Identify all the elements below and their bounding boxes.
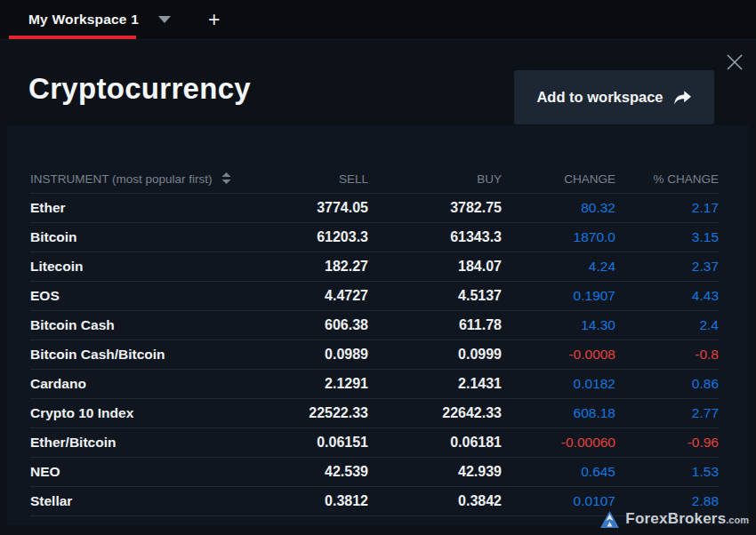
sell-price[interactable]: 2.1291 (261, 369, 368, 398)
share-arrow-icon (673, 90, 692, 106)
change-value: -0.00060 (502, 427, 615, 457)
pct-change-value: 1.53 (615, 457, 719, 486)
instrument-name[interactable]: Cardano (30, 369, 261, 398)
table-row[interactable]: Bitcoin61203.361343.31870.03.15 (30, 222, 719, 252)
cryptocurrency-panel: Cryptocurrency Add to workspace INSTRUME… (0, 39, 756, 535)
pct-change-value: 2.88 (615, 486, 719, 515)
column-header-change[interactable]: CHANGE (502, 166, 615, 193)
close-icon (724, 52, 745, 73)
buy-price[interactable]: 2.1431 (368, 369, 502, 398)
sell-price[interactable]: 606.38 (261, 310, 368, 339)
sell-price[interactable]: 0.0989 (261, 339, 368, 369)
pct-change-value: 3.15 (615, 222, 719, 252)
buy-price[interactable]: 611.78 (368, 310, 502, 339)
sell-price[interactable]: 22522.33 (261, 398, 368, 427)
pct-change-value: 2.4 (615, 310, 719, 339)
pct-change-value: 0.86 (615, 369, 719, 398)
buy-price[interactable]: 0.06181 (368, 427, 502, 457)
pct-change-value: 4.43 (615, 281, 719, 310)
sell-price[interactable]: 0.3812 (261, 486, 368, 515)
table-row[interactable]: Litecoin182.27184.074.242.37 (30, 252, 719, 281)
table-row[interactable]: Crypto 10 Index22522.3322642.33608.182.7… (30, 398, 719, 427)
page-title: Cryptocurrency (28, 72, 251, 106)
pct-change-value: -0.96 (615, 427, 719, 457)
table-row[interactable]: Bitcoin Cash/Bitcoin0.09890.0999-0.0008-… (30, 339, 719, 369)
column-header-sell[interactable]: SELL (261, 166, 368, 193)
change-value: 0.0107 (502, 486, 615, 515)
buy-price[interactable]: 0.3842 (368, 486, 502, 515)
buy-price[interactable]: 184.07 (368, 252, 502, 281)
sell-price[interactable]: 3774.05 (261, 193, 368, 222)
sell-price[interactable]: 42.539 (261, 457, 368, 486)
sort-icon[interactable] (221, 172, 231, 187)
instrument-name[interactable]: Stellar (30, 486, 261, 515)
workspace-tab-bar: My Workspace 1 + (0, 0, 756, 39)
sell-price[interactable]: 61203.3 (261, 222, 368, 252)
close-button[interactable] (724, 52, 745, 73)
instrument-name[interactable]: Bitcoin (30, 222, 261, 252)
buy-price[interactable]: 42.939 (368, 457, 502, 486)
change-value: 80.32 (502, 193, 615, 222)
table-row[interactable]: Ether3774.053782.7580.322.17 (30, 193, 719, 222)
instrument-table: INSTRUMENT (most popular first) SELL BUY… (30, 166, 719, 516)
table-row[interactable]: Ether/Bitcoin0.061510.06181-0.00060-0.96 (30, 427, 719, 457)
table-row[interactable]: EOS4.47274.51370.19074.43 (30, 281, 719, 310)
buy-price[interactable]: 61343.3 (368, 222, 502, 252)
change-value: 14.30 (502, 310, 615, 339)
table-header-row: INSTRUMENT (most popular first) SELL BUY… (30, 166, 719, 193)
instrument-name[interactable]: Ether (30, 193, 261, 222)
instrument-name[interactable]: Bitcoin Cash (30, 310, 261, 339)
column-header-instrument[interactable]: INSTRUMENT (most popular first) (30, 166, 261, 193)
add-to-workspace-label: Add to workspace (536, 89, 663, 106)
instrument-name[interactable]: Ether/Bitcoin (30, 427, 261, 457)
column-header-instrument-label: INSTRUMENT (most popular first) (30, 172, 213, 186)
change-value: 1870.0 (502, 222, 615, 252)
table-row[interactable]: NEO42.53942.9390.6451.53 (30, 457, 719, 486)
sell-price[interactable]: 4.4727 (261, 281, 368, 310)
instrument-table-body: Ether3774.053782.7580.322.17Bitcoin61203… (30, 193, 719, 515)
buy-price[interactable]: 4.5137 (368, 281, 502, 310)
change-value: 0.645 (502, 457, 615, 486)
pct-change-value: -0.8 (615, 339, 719, 369)
change-value: 4.24 (502, 252, 615, 281)
instrument-name[interactable]: EOS (30, 281, 261, 310)
pct-change-value: 2.77 (615, 398, 719, 427)
sell-price[interactable]: 0.06151 (261, 427, 368, 457)
change-value: 608.18 (502, 398, 615, 427)
buy-price[interactable]: 3782.75 (368, 193, 502, 222)
sell-price[interactable]: 182.27 (261, 252, 368, 281)
instrument-name[interactable]: Bitcoin Cash/Bitcoin (30, 339, 261, 369)
workspace-tab-label: My Workspace 1 (28, 12, 139, 28)
instrument-name[interactable]: NEO (30, 457, 261, 486)
column-header-pct-change[interactable]: % CHANGE (615, 166, 719, 193)
column-header-buy[interactable]: BUY (368, 166, 502, 193)
add-to-workspace-button[interactable]: Add to workspace (514, 70, 714, 124)
change-value: -0.0008 (502, 339, 615, 369)
table-row[interactable]: Cardano2.12912.14310.01820.86 (30, 369, 719, 398)
chevron-down-icon[interactable] (158, 16, 171, 23)
pct-change-value: 2.37 (615, 252, 719, 281)
buy-price[interactable]: 0.0999 (368, 339, 502, 369)
instrument-name[interactable]: Crypto 10 Index (30, 398, 261, 427)
change-value: 0.1907 (502, 281, 615, 310)
buy-price[interactable]: 22642.33 (368, 398, 502, 427)
quotes-panel: INSTRUMENT (most popular first) SELL BUY… (7, 125, 749, 525)
table-row[interactable]: Stellar0.38120.38420.01072.88 (30, 486, 719, 515)
instrument-name[interactable]: Litecoin (30, 252, 261, 281)
add-workspace-tab-button[interactable]: + (201, 6, 227, 34)
table-row[interactable]: Bitcoin Cash606.38611.7814.302.4 (30, 310, 719, 339)
workspace-tab[interactable]: My Workspace 1 (0, 0, 171, 39)
change-value: 0.0182 (502, 369, 615, 398)
pct-change-value: 2.17 (615, 193, 719, 222)
